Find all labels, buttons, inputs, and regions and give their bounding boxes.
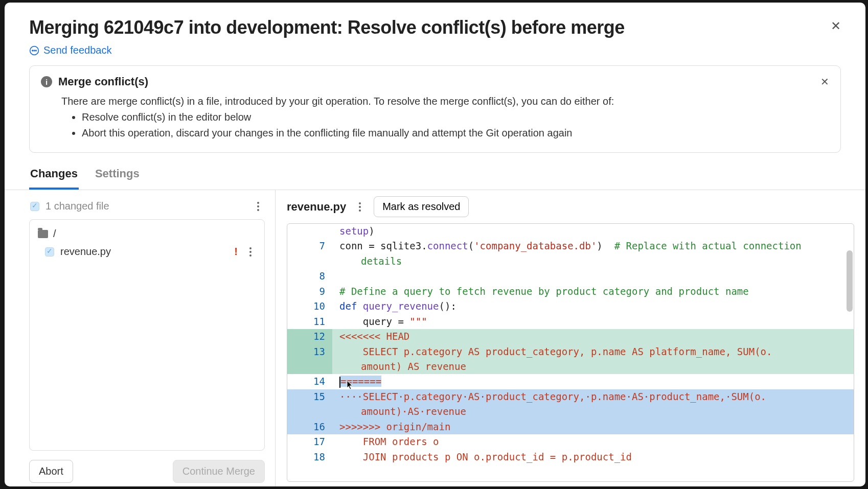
editor-panel: revenue.py Mark as resolved setup)7conn … [276, 190, 865, 486]
code-line[interactable]: 11 query = """ [287, 314, 854, 329]
code-content[interactable]: <<<<<<< HEAD [332, 329, 854, 344]
info-title: Merge conflict(s) [58, 75, 148, 88]
modal-header: Merging 621049c7 into development: Resol… [5, 3, 865, 38]
tab-settings[interactable]: Settings [94, 162, 141, 190]
code-content[interactable]: query = """ [332, 314, 854, 329]
code-content[interactable]: FROM orders o [332, 434, 854, 449]
file-list-panel: 1 changed file / revenue.py ! [5, 190, 276, 486]
file-label: revenue.py [60, 246, 111, 258]
code-content[interactable]: # Define a query to fetch revenue by pro… [332, 284, 854, 299]
line-number: 17 [287, 434, 332, 449]
folder-row[interactable]: / [36, 225, 258, 243]
editor-file-name: revenue.py [287, 200, 346, 214]
info-close-icon[interactable]: ✕ [820, 76, 829, 88]
code-content[interactable] [332, 269, 854, 284]
send-feedback-link[interactable]: Send feedback [43, 44, 111, 56]
line-number: 12 [287, 329, 332, 344]
code-content[interactable]: def query_revenue(): [332, 299, 854, 314]
scrollbar[interactable] [847, 250, 853, 312]
code-line[interactable]: 9# Define a query to fetch revenue by pr… [287, 284, 854, 299]
folder-label: / [53, 228, 56, 240]
file-row[interactable]: revenue.py ! [36, 243, 258, 261]
code-content[interactable]: JOIN products p ON o.product_id = p.prod… [332, 450, 854, 464]
changed-file-count: 1 changed file [45, 200, 109, 212]
info-icon: i [41, 76, 52, 87]
svg-point-1 [32, 50, 33, 51]
line-number: 7 [287, 239, 332, 269]
line-number: 15 [287, 389, 332, 420]
line-number: 8 [287, 269, 332, 284]
file-checkbox[interactable] [45, 247, 54, 257]
code-line[interactable]: 13 SELECT p.category AS product_category… [287, 344, 854, 375]
svg-point-2 [34, 50, 35, 51]
svg-point-3 [36, 50, 37, 51]
line-number: 14 [287, 374, 332, 389]
code-content[interactable]: conn = sqlite3.connect('company_database… [332, 239, 854, 269]
conflict-indicator-icon: ! [234, 246, 238, 258]
code-editor[interactable]: setup)7conn = sqlite3.connect('company_d… [287, 223, 854, 482]
folder-icon [38, 230, 48, 238]
conflict-info-panel: i Merge conflict(s) ✕ There are merge co… [29, 65, 841, 153]
line-number: 16 [287, 420, 332, 434]
code-line[interactable]: 17 FROM orders o [287, 434, 854, 449]
code-line[interactable]: 10def query_revenue(): [287, 299, 854, 314]
code-content[interactable]: >>>>>>> origin/main [332, 420, 854, 434]
code-line[interactable]: 14======= [287, 374, 854, 389]
tab-changes[interactable]: Changes [29, 162, 79, 190]
workspace: 1 changed file / revenue.py ! [5, 190, 865, 486]
line-number [287, 224, 332, 239]
close-icon[interactable]: ✕ [827, 17, 845, 35]
info-intro: There are merge conflict(s) in a file, i… [61, 94, 829, 109]
select-all-checkbox[interactable] [30, 202, 39, 211]
file-tree: / revenue.py ! [29, 219, 265, 451]
code-line[interactable]: 15····SELECT·p.category·AS·product_categ… [287, 389, 854, 420]
line-number: 9 [287, 284, 332, 299]
file-menu-icon[interactable] [245, 247, 256, 257]
code-content[interactable]: ····SELECT·p.category·AS·product_categor… [332, 389, 854, 420]
file-list-menu-icon[interactable] [253, 202, 264, 211]
code-line[interactable]: 8 [287, 269, 854, 284]
mark-resolved-button[interactable]: Mark as resolved [374, 196, 469, 217]
code-line[interactable]: 18 JOIN products p ON o.product_id = p.p… [287, 450, 854, 464]
code-content[interactable]: SELECT p.category AS product_category, p… [332, 344, 854, 375]
modal-title: Merging 621049c7 into development: Resol… [29, 17, 625, 38]
line-number: 18 [287, 450, 332, 464]
code-line[interactable]: 7conn = sqlite3.connect('company_databas… [287, 239, 854, 269]
code-line[interactable]: 12<<<<<<< HEAD [287, 329, 854, 344]
line-number: 11 [287, 314, 332, 329]
tabs: Changes Settings [5, 162, 865, 190]
code-line[interactable]: setup) [287, 224, 854, 239]
info-bullet: Resolve conflict(s) in the editor below [82, 109, 829, 125]
merge-conflict-modal: Merging 621049c7 into development: Resol… [5, 3, 865, 486]
feedback-row: Send feedback [5, 38, 865, 65]
continue-merge-button[interactable]: Continue Merge [173, 460, 265, 483]
line-number: 10 [287, 299, 332, 314]
info-bullet: Abort this operation, discard your chang… [82, 125, 829, 141]
code-content[interactable]: ======= [332, 374, 854, 389]
line-number: 13 [287, 344, 332, 375]
editor-menu-icon[interactable] [354, 202, 366, 212]
feedback-icon [29, 45, 39, 56]
code-content[interactable]: setup) [332, 224, 854, 239]
code-line[interactable]: 16>>>>>>> origin/main [287, 420, 854, 434]
abort-button[interactable]: Abort [29, 460, 73, 483]
